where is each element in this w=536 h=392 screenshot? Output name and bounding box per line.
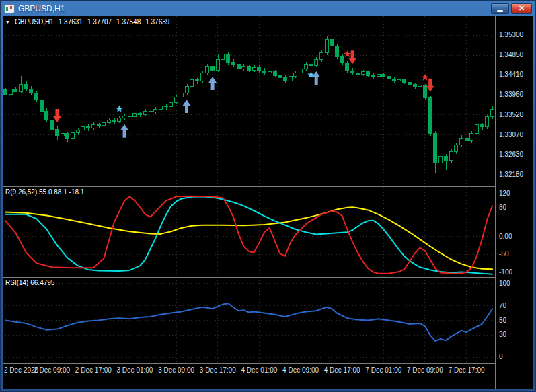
candle xyxy=(247,67,251,70)
candle xyxy=(434,134,437,163)
axis-tick-label: 80 xyxy=(499,204,506,211)
candle xyxy=(201,73,204,81)
candle xyxy=(284,77,287,81)
candle xyxy=(196,80,199,81)
time-tick-label: 7 Dec 01:00 xyxy=(360,366,406,374)
axis-tick-label: 1.33520 xyxy=(499,111,523,118)
axis-tick-label: 30 xyxy=(499,331,506,338)
high-value: 1.37707 xyxy=(87,18,112,26)
signal-arrow-up-icon xyxy=(120,124,128,138)
candle xyxy=(387,76,391,79)
axis-tick-label: 1.34410 xyxy=(499,71,523,78)
candle xyxy=(309,64,313,65)
candle xyxy=(367,72,370,75)
candle xyxy=(186,87,189,93)
candle xyxy=(336,46,339,56)
candle xyxy=(320,53,323,60)
candle xyxy=(362,72,365,75)
signal-arrow-up-icon xyxy=(208,77,217,90)
titlebar[interactable]: GBPUSD,H1 ✕ xyxy=(3,1,533,16)
candle xyxy=(258,67,261,71)
candle xyxy=(414,84,417,86)
candle xyxy=(418,85,422,87)
candle xyxy=(397,80,401,81)
chart-icon xyxy=(4,4,15,13)
signal-arrow-up-icon xyxy=(183,100,191,113)
candle xyxy=(102,122,106,126)
candle xyxy=(56,129,59,136)
minimize-icon xyxy=(497,10,503,12)
rsi-pane[interactable]: RSI(14) 66.4795 xyxy=(3,278,495,363)
symbol-ohlc-line: ▼ GBPUSD,H1 1.37631 1.37707 1.37548 1.37… xyxy=(5,18,169,26)
candle xyxy=(14,89,17,91)
candle xyxy=(98,124,101,125)
price-axis[interactable]: 1.353001.348501.344101.339601.335201.330… xyxy=(495,16,533,389)
time-tick-label: 4 Dec 17:00 xyxy=(319,366,365,374)
time-tick-label: 7 Dec 17:00 xyxy=(444,366,490,374)
candle xyxy=(232,62,235,64)
candle xyxy=(133,114,137,117)
candle xyxy=(351,71,354,73)
candle xyxy=(30,89,33,93)
candle xyxy=(341,56,344,63)
candle xyxy=(45,111,48,120)
axis-tick-label: 0.00 xyxy=(499,233,512,240)
axis-tick-label: 1.33070 xyxy=(499,131,523,139)
candle xyxy=(159,106,163,109)
candle xyxy=(253,67,256,70)
candle xyxy=(481,124,484,126)
signal-arrow-up-icon xyxy=(312,71,320,85)
window-controls: ✕ xyxy=(491,3,532,14)
candle xyxy=(382,75,385,77)
time-axis[interactable]: 2 Dec 20202 Dec 09:002 Dec 17:003 Dec 01… xyxy=(3,364,495,389)
time-tick-label: 7 Dec 09:00 xyxy=(402,366,448,374)
candle xyxy=(263,71,266,73)
axis-tick-label: -50 xyxy=(499,250,508,258)
candle xyxy=(139,114,142,115)
oscillator-pane[interactable]: R(9,26,52) 55.0 88.1 -18.1 xyxy=(3,187,495,277)
candle xyxy=(424,85,427,98)
symbol-dropdown-icon[interactable]: ▼ xyxy=(5,19,10,24)
candle xyxy=(227,54,230,62)
candle xyxy=(211,67,215,70)
candle xyxy=(465,138,469,140)
candle xyxy=(460,138,463,145)
price-chart-pane[interactable]: ▼ GBPUSD,H1 1.37631 1.37707 1.37548 1.37… xyxy=(3,16,495,186)
axis-tick-label: 1.32180 xyxy=(499,171,523,178)
candle xyxy=(35,93,38,100)
candle xyxy=(92,124,95,128)
close-icon: ✕ xyxy=(519,5,525,12)
candle xyxy=(9,89,13,94)
minimize-button[interactable] xyxy=(491,3,509,14)
time-tick-label: 2 Dec 17:00 xyxy=(71,366,116,374)
candle xyxy=(149,111,153,112)
axis-tick-label: 100 xyxy=(499,280,510,287)
candle xyxy=(470,134,473,141)
oscillator-label: R(9,26,52) 55.0 88.1 -18.1 xyxy=(5,188,84,196)
candle xyxy=(315,60,318,66)
candle xyxy=(455,145,458,151)
candle xyxy=(71,132,75,138)
symbol-label: GBPUSD,H1 xyxy=(15,18,54,26)
close-button[interactable]: ✕ xyxy=(511,3,532,14)
candle xyxy=(356,73,360,75)
candle xyxy=(346,63,349,71)
candle xyxy=(305,64,308,69)
candle xyxy=(169,102,173,107)
candle xyxy=(393,79,396,81)
signal-arrow-down-icon xyxy=(348,50,356,64)
candle xyxy=(278,75,282,77)
candle xyxy=(330,40,334,46)
candle xyxy=(372,75,375,76)
candle xyxy=(108,120,111,122)
time-tick-label: 3 Dec 01:00 xyxy=(112,366,157,374)
candle xyxy=(113,120,116,121)
candle xyxy=(118,118,121,121)
candle xyxy=(445,156,448,161)
candle xyxy=(237,64,241,69)
time-tick-label: 3 Dec 17:00 xyxy=(195,366,241,374)
candle xyxy=(403,80,406,82)
time-tick-label: 4 Dec 01:00 xyxy=(236,366,282,374)
candle xyxy=(123,116,126,118)
time-tick-label: 2 Dec 09:00 xyxy=(29,366,75,374)
